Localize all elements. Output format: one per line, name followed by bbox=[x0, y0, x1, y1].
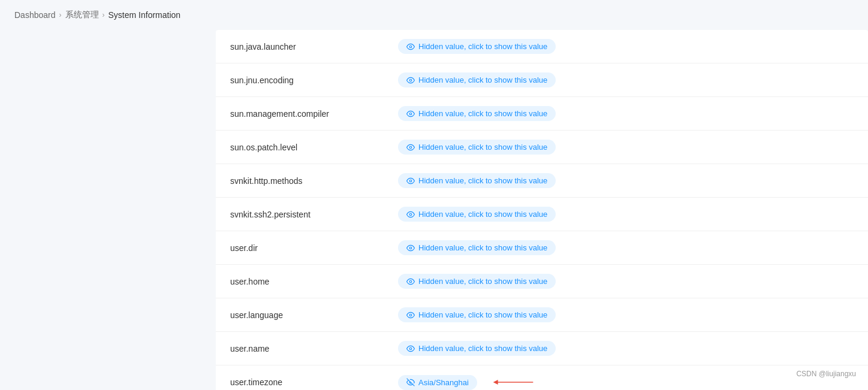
hidden-value-badge[interactable]: Hidden value, click to show this value bbox=[398, 72, 556, 87]
svg-point-2 bbox=[409, 113, 412, 115]
table-row: user.name Hidden value, click to show th… bbox=[216, 332, 868, 365]
table-row: sun.java.launcher Hidden value, click to… bbox=[216, 30, 868, 64]
table-row: user.dir Hidden value, click to show thi… bbox=[216, 231, 868, 265]
hidden-value-badge[interactable]: Hidden value, click to show this value bbox=[398, 240, 556, 255]
shown-value-badge[interactable]: Asia/Shanghai bbox=[398, 375, 477, 390]
row-key: user.timezone bbox=[230, 377, 398, 387]
row-key: sun.management.compiler bbox=[230, 109, 398, 119]
hidden-value-badge[interactable]: Hidden value, click to show this value bbox=[398, 173, 556, 188]
table-row: user.timezone Asia/Shanghai bbox=[216, 365, 868, 390]
row-key: user.home bbox=[230, 277, 398, 286]
breadcrumb: Dashboard › 系统管理 › System Information bbox=[0, 0, 868, 30]
hidden-value-badge[interactable]: Hidden value, click to show this value bbox=[398, 106, 556, 121]
row-key: sun.jnu.encoding bbox=[230, 75, 398, 85]
breadcrumb-system[interactable]: 系统管理 bbox=[65, 10, 99, 20]
eye-icon bbox=[406, 244, 415, 252]
row-key: svnkit.http.methods bbox=[230, 176, 398, 186]
table-row: sun.os.patch.level Hidden value, click t… bbox=[216, 131, 868, 164]
eye-icon bbox=[406, 177, 415, 185]
row-value: Hidden value, click to show this value bbox=[398, 240, 854, 255]
eye-icon bbox=[406, 344, 415, 353]
row-value: Hidden value, click to show this value bbox=[398, 207, 854, 222]
row-key: user.dir bbox=[230, 243, 398, 253]
row-key: svnkit.ssh2.persistent bbox=[230, 210, 398, 219]
hidden-value-badge[interactable]: Hidden value, click to show this value bbox=[398, 39, 556, 54]
system-info-table: sun.java.launcher Hidden value, click to… bbox=[216, 30, 868, 390]
svg-point-3 bbox=[409, 146, 412, 149]
row-value: Hidden value, click to show this value bbox=[398, 39, 854, 54]
row-key: sun.os.patch.level bbox=[230, 143, 398, 152]
hidden-value-badge[interactable]: Hidden value, click to show this value bbox=[398, 274, 556, 289]
svg-marker-12 bbox=[493, 380, 498, 385]
svg-point-7 bbox=[409, 280, 412, 283]
breadcrumb-current: System Information bbox=[108, 10, 181, 20]
eye-icon bbox=[406, 277, 415, 286]
hidden-value-badge[interactable]: Hidden value, click to show this value bbox=[398, 140, 556, 155]
table-row: svnkit.ssh2.persistent Hidden value, cli… bbox=[216, 198, 868, 231]
breadcrumb-sep-2: › bbox=[103, 11, 105, 19]
row-value: Hidden value, click to show this value bbox=[398, 173, 854, 188]
eye-icon bbox=[406, 43, 415, 51]
row-key: user.language bbox=[230, 310, 398, 320]
arrow-indicator bbox=[489, 376, 537, 388]
svg-point-9 bbox=[409, 347, 412, 350]
hidden-value-badge[interactable]: Hidden value, click to show this value bbox=[398, 307, 556, 322]
eye-slash-icon bbox=[406, 378, 415, 386]
eye-icon bbox=[406, 143, 415, 152]
row-value: Hidden value, click to show this value bbox=[398, 72, 854, 87]
hidden-value-badge[interactable]: Hidden value, click to show this value bbox=[398, 207, 556, 222]
svg-point-1 bbox=[409, 79, 412, 81]
table-row: svnkit.http.methods Hidden value, click … bbox=[216, 164, 868, 198]
svg-point-4 bbox=[409, 180, 412, 182]
breadcrumb-dashboard[interactable]: Dashboard bbox=[14, 10, 56, 20]
row-key: user.name bbox=[230, 344, 398, 353]
svg-point-8 bbox=[409, 314, 412, 316]
row-value: Hidden value, click to show this value bbox=[398, 274, 854, 289]
row-value: Hidden value, click to show this value bbox=[398, 106, 854, 121]
row-key: sun.java.launcher bbox=[230, 42, 398, 52]
table-row: sun.management.compiler Hidden value, cl… bbox=[216, 97, 868, 131]
eye-icon bbox=[406, 210, 415, 219]
row-value: Hidden value, click to show this value bbox=[398, 140, 854, 155]
table-row: user.language Hidden value, click to sho… bbox=[216, 298, 868, 332]
svg-point-5 bbox=[409, 213, 412, 216]
main-content: sun.java.launcher Hidden value, click to… bbox=[0, 30, 868, 390]
watermark: CSDN @liujiangxu bbox=[796, 370, 856, 378]
table-row: user.home Hidden value, click to show th… bbox=[216, 265, 868, 298]
eye-icon bbox=[406, 110, 415, 118]
table-row: sun.jnu.encoding Hidden value, click to … bbox=[216, 64, 868, 97]
svg-point-0 bbox=[409, 46, 412, 48]
row-value: Hidden value, click to show this value bbox=[398, 307, 854, 322]
eye-icon bbox=[406, 76, 415, 84]
row-value: Hidden value, click to show this value bbox=[398, 341, 854, 356]
svg-point-6 bbox=[409, 247, 412, 249]
hidden-value-badge[interactable]: Hidden value, click to show this value bbox=[398, 341, 556, 356]
breadcrumb-sep-1: › bbox=[59, 11, 62, 19]
row-value: Asia/Shanghai bbox=[398, 375, 854, 390]
eye-icon bbox=[406, 311, 415, 319]
